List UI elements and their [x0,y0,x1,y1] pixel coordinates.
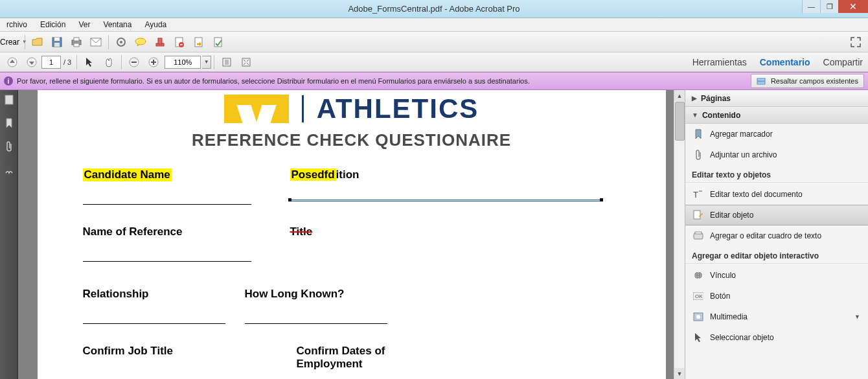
underline [83,196,251,205]
print-button[interactable] [68,34,85,51]
scroll-thumb[interactable] [675,102,685,141]
scroll-down-button[interactable] [674,368,685,379]
menu-ayuda[interactable]: Ayuda [138,20,173,29]
bookmark-icon [5,118,14,128]
menu-bar: rchivo Edición Ver Ventana Ayuda [0,18,868,32]
svg-rect-32 [695,232,702,234]
highlight-label: Resaltar campos existentes [771,77,858,85]
highlight-fields-button[interactable]: Resaltar campos existentes [751,74,864,88]
create-label: Crear [0,38,19,47]
settings-button[interactable] [113,34,130,51]
fit-width-icon [222,57,232,67]
hand-icon [104,57,114,67]
field-confirm-dates[interactable]: Confirm Dates of Employment [297,345,413,371]
save-button[interactable] [49,34,65,51]
comment-button[interactable] [132,34,149,51]
tab-compartir[interactable]: Compartir [823,57,863,67]
maximize-button[interactable]: ❐ [820,0,838,13]
tab-herramientas[interactable]: Herramientas [692,57,747,67]
minimize-button[interactable]: — [802,0,820,13]
add-text-box-item[interactable]: Agregar o editar cuadro de texto [685,225,868,246]
zoom-value: 110% [174,58,192,66]
menu-ventana[interactable]: Ventana [97,20,138,29]
zoom-dropdown[interactable]: ▼ [202,56,211,69]
signatures-button[interactable] [3,164,15,176]
field-position-edited[interactable]: Posedfdition [290,168,360,181]
multimedia-icon [693,312,703,322]
field-title-strikethrough[interactable]: Title [290,225,313,238]
menu-ver[interactable]: Ver [72,20,97,29]
edit-document-text-item[interactable]: T Editar texto del documento [685,184,868,205]
zoom-in-button[interactable] [145,54,162,71]
fit-page-button[interactable] [238,54,255,71]
svg-rect-17 [195,38,202,47]
page-down-button[interactable] [23,54,40,71]
underline [83,253,251,262]
scroll-up-button[interactable] [674,90,685,101]
zoom-level-input[interactable]: 110% [165,56,201,69]
hand-tool-button[interactable] [100,54,117,71]
edit-object-item[interactable]: Editar objeto [685,205,868,225]
zoom-out-button[interactable] [126,54,143,71]
select-object-item[interactable]: Seleccionar objeto [685,327,868,348]
expand-button[interactable] [847,34,864,51]
bookmarks-button[interactable] [3,117,15,129]
svg-rect-5 [54,43,60,47]
panel-paginas-header[interactable]: ▶ Páginas [685,90,868,107]
multimedia-item[interactable]: Multimedia ▼ [685,306,868,327]
close-button[interactable]: ✕ [838,0,868,13]
cursor-icon [85,57,94,67]
svg-rect-8 [74,43,79,47]
gear-icon [116,37,126,47]
toolbar-navigation: / 3 110% ▼ Herramientas Comentario Compa… [0,52,868,72]
create-button[interactable]: Crear ▼ [4,34,21,51]
selected-object-line[interactable] [290,200,601,201]
plus-circle-icon [148,57,159,67]
svg-rect-4 [54,38,60,41]
attach-file-item[interactable]: Adjuntar un archivo [685,144,868,165]
page-number-input[interactable] [41,56,61,69]
selection-handle-left[interactable] [288,198,291,201]
field-candidate-name[interactable]: Candidate Name [83,168,172,181]
link-item[interactable]: Vínculo [685,265,868,286]
email-button[interactable] [87,34,104,51]
fit-width-button[interactable] [218,54,235,71]
doc-check-button[interactable] [210,34,227,51]
stamp-button[interactable] [152,34,168,51]
add-bookmark-item[interactable]: Agregar marcador [685,124,868,144]
left-nav-rail [0,90,18,379]
field-relationship[interactable]: Relationship [83,288,149,301]
michigan-m-logo [224,95,289,123]
open-button[interactable] [29,34,46,51]
field-how-long-known[interactable]: How Long Known? [245,288,345,301]
svg-point-11 [120,41,122,43]
panel-paginas-label: Páginas [701,94,731,103]
field-name-of-reference[interactable]: Name of Reference [83,225,183,238]
selection-handle-right[interactable] [600,198,603,201]
text-edit-icon: T [693,189,703,200]
doc-forward-button[interactable] [190,34,207,51]
doc-delete-button[interactable] [171,34,188,51]
panel-contenido-header[interactable]: ▼ Contenido [685,107,868,124]
select-tool-button[interactable] [81,54,98,71]
section-edit-text-objects: Editar texto y objetos [685,165,868,183]
menu-archivo[interactable]: rchivo [0,20,34,29]
attachments-button[interactable] [3,141,15,152]
tab-comentario[interactable]: Comentario [760,57,810,67]
multimedia-label: Multimedia [710,312,748,321]
button-item[interactable]: OK Botón [685,286,868,306]
button-label: Botón [710,292,730,301]
page-up-button[interactable] [4,54,21,71]
field-confirm-job-title[interactable]: Confirm Job Title [83,345,173,358]
form-row-1: Candidate Name Posedfdition [83,168,621,205]
link-icon [693,270,703,281]
add-text-box-label: Agregar o editar cuadro de texto [710,231,821,240]
thumbnails-button[interactable] [3,94,15,106]
document-viewport[interactable]: ATHLETICS REFERENCE CHECK QUESTIONAIRE C… [18,90,685,379]
underline [245,315,387,324]
menu-edicion[interactable]: Edición [34,20,72,29]
svg-rect-24 [225,60,229,65]
arrow-up-circle-icon [7,57,17,67]
right-panel-tabs: Herramientas Comentario Compartir [692,57,863,67]
document-scrollbar[interactable] [674,90,685,379]
